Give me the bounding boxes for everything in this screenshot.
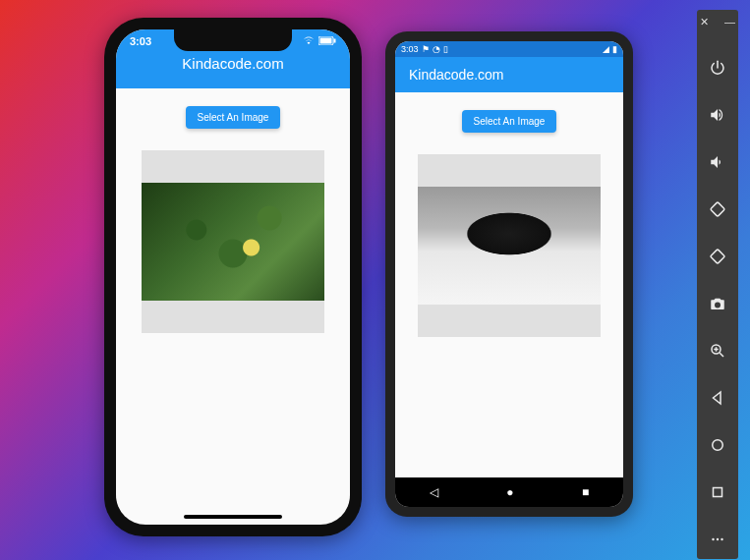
selected-image-container (418, 154, 601, 337)
iphone-screen: 3:03 Kindacode.com Select An Image (116, 29, 350, 525)
svg-point-9 (713, 440, 723, 451)
circle-icon: ◔ (433, 44, 440, 54)
svg-point-13 (721, 538, 722, 540)
selected-image-container (142, 150, 324, 333)
svg-rect-2 (334, 39, 336, 43)
more-icon[interactable] (704, 526, 731, 553)
android-nav-bar: ◁ ● ■ (395, 477, 623, 507)
emulator-minimize-button[interactable]: — (724, 16, 735, 28)
zoom-in-icon[interactable] (704, 337, 731, 364)
android-frame: 3:03 ⚑ ◔ ▯ ◢ ▮ Kindacode.com Select An I… (385, 31, 633, 517)
select-image-button[interactable]: Select An Image (462, 110, 557, 133)
overview-icon[interactable] (704, 478, 731, 506)
ios-status-time: 3:03 (130, 35, 151, 47)
volume-down-icon[interactable] (704, 148, 731, 176)
android-recent-button[interactable]: ■ (582, 485, 589, 499)
android-status-bar: 3:03 ⚑ ◔ ▯ ◢ ▮ (395, 41, 623, 57)
emulator-toolbar: ✕ — (697, 10, 738, 559)
power-icon[interactable] (704, 54, 731, 82)
android-app-header: Kindacode.com (395, 57, 623, 92)
svg-point-12 (717, 538, 719, 540)
android-app-title: Kindacode.com (409, 67, 504, 83)
android-app-body: Select An Image (395, 92, 623, 477)
emulator-close-button[interactable]: ✕ (700, 16, 709, 28)
svg-rect-3 (711, 202, 725, 217)
selected-image (142, 183, 324, 301)
iphone-frame: 3:03 Kindacode.com Select An Image (104, 18, 362, 536)
svg-line-6 (720, 353, 723, 357)
iphone-notch (174, 29, 292, 51)
android-back-button[interactable]: ◁ (430, 485, 438, 499)
battery-icon (318, 35, 336, 47)
svg-rect-4 (711, 250, 725, 264)
android-status-time: 3:03 (401, 44, 419, 54)
camera-icon[interactable] (704, 290, 731, 317)
selected-image (418, 187, 601, 305)
wifi-icon (303, 35, 315, 47)
iphone-home-indicator[interactable] (184, 515, 282, 519)
battery-icon: ▮ (612, 44, 617, 54)
signal-icon: ◢ (603, 44, 609, 54)
volume-up-icon[interactable] (704, 101, 731, 129)
select-image-button[interactable]: Select An Image (186, 106, 281, 129)
square-icon: ▯ (443, 44, 448, 54)
ios-app-body: Select An Image (116, 88, 350, 333)
svg-point-11 (712, 538, 714, 540)
svg-rect-10 (714, 488, 722, 497)
back-icon[interactable] (704, 384, 731, 412)
rotate-right-icon[interactable] (704, 243, 731, 270)
ios-app-title: Kindacode.com (116, 55, 350, 72)
svg-rect-1 (320, 38, 332, 44)
android-home-button[interactable]: ● (506, 485, 513, 499)
home-circle-icon[interactable] (704, 431, 731, 459)
debug-icon: ⚑ (422, 44, 430, 54)
rotate-left-icon[interactable] (704, 196, 731, 223)
android-screen: 3:03 ⚑ ◔ ▯ ◢ ▮ Kindacode.com Select An I… (395, 41, 623, 507)
